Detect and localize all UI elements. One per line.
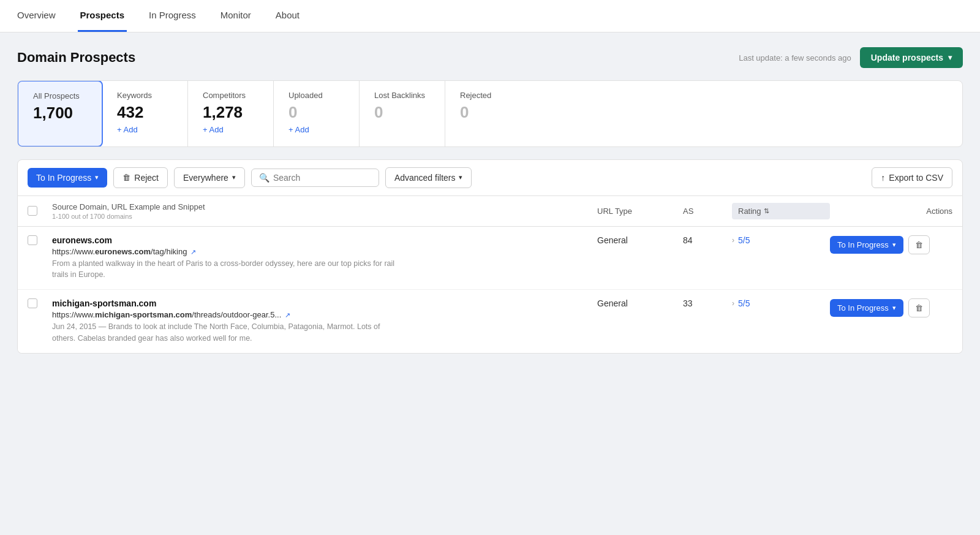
row1-domain: euronews.com: [52, 235, 597, 245]
card-label-competitors: Competitors: [203, 91, 258, 100]
rating-col-header[interactable]: Rating ⇅: [732, 203, 830, 219]
row2-url-type: General: [597, 298, 683, 308]
source-col-label: Source Domain, URL Example and Snippet: [52, 202, 597, 211]
row2-delete-button[interactable]: 🗑: [908, 298, 930, 317]
rating-col-label: Rating ⇅: [732, 203, 830, 219]
cards-row: All Prospects 1,700 Keywords 432 + Add C…: [17, 80, 963, 147]
card-label-all-prospects: All Prospects: [33, 91, 87, 101]
search-box[interactable]: 🔍: [251, 169, 379, 187]
last-update-text: Last update: a few seconds ago: [739, 53, 851, 63]
row1-action-label: To In Progress: [837, 240, 889, 249]
card-keywords[interactable]: Keywords 432 + Add: [102, 81, 188, 146]
card-competitors[interactable]: Competitors 1,278 + Add: [188, 81, 274, 146]
top-navigation: Overview Prospects In Progress Monitor A…: [0, 0, 980, 32]
nav-about[interactable]: About: [273, 0, 302, 32]
chevron-down-icon: ▾: [948, 53, 952, 62]
row-count-text: 1-100 out of 1700 domains: [52, 213, 597, 220]
row1-checkbox-col: [28, 235, 52, 245]
row1-checkbox[interactable]: [28, 235, 37, 245]
row2-checkbox[interactable]: [28, 298, 37, 308]
chevron-down-icon: ▾: [892, 304, 896, 312]
to-in-progress-button[interactable]: To In Progress ▾: [28, 168, 107, 188]
chevron-down-icon: ▾: [459, 173, 462, 181]
card-add-competitors[interactable]: + Add: [203, 125, 258, 134]
row1-actions: To In Progress ▾ 🗑: [830, 235, 952, 254]
row2-rating-value: 5/5: [738, 298, 750, 308]
row2-domain: michigan-sportsman.com: [52, 298, 597, 308]
export-csv-button[interactable]: ↑ Export to CSV: [872, 167, 952, 188]
nav-monitor[interactable]: Monitor: [218, 0, 254, 32]
toolbar: To In Progress ▾ 🗑 Reject Everywhere ▾ 🔍…: [17, 159, 963, 196]
trash-icon: 🗑: [915, 240, 923, 249]
nav-in-progress[interactable]: In Progress: [146, 0, 198, 32]
table-container: Source Domain, URL Example and Snippet 1…: [17, 196, 963, 354]
row2-source-col: michigan-sportsman.com https://www.michi…: [52, 298, 597, 344]
table-row: euronews.com https://www.euronews.com/ta…: [18, 227, 962, 290]
row2-action-label: To In Progress: [837, 303, 889, 313]
page-title: Domain Prospects: [17, 50, 135, 66]
row1-rating-value: 5/5: [738, 235, 750, 245]
row2-to-in-progress-button[interactable]: To In Progress ▾: [830, 299, 903, 317]
trash-icon: 🗑: [915, 303, 923, 313]
nav-prospects[interactable]: Prospects: [78, 0, 127, 32]
card-lost-backlinks[interactable]: Lost Backlinks 0: [360, 81, 445, 146]
chevron-right-icon: ›: [732, 236, 734, 245]
chevron-down-icon: ▾: [232, 173, 236, 181]
card-add-uploaded[interactable]: + Add: [288, 125, 344, 134]
header-right: Last update: a few seconds ago Update pr…: [739, 47, 963, 68]
nav-overview[interactable]: Overview: [15, 0, 58, 32]
export-label: Export to CSV: [889, 173, 943, 183]
row1-delete-button[interactable]: 🗑: [908, 235, 930, 254]
header-checkbox-col: [28, 206, 52, 216]
card-all-prospects[interactable]: All Prospects 1,700: [17, 80, 103, 147]
row2-as: 33: [683, 298, 732, 308]
export-icon: ↑: [881, 173, 885, 183]
row1-url-type: General: [597, 235, 683, 245]
advanced-filters-dropdown[interactable]: Advanced filters ▾: [385, 167, 472, 188]
row2-snippet: Jun 24, 2015 — Brands to look at include…: [52, 321, 395, 344]
header-source-col: Source Domain, URL Example and Snippet 1…: [52, 202, 597, 220]
as-col-label: AS: [683, 207, 732, 216]
header-row: Domain Prospects Last update: a few seco…: [17, 47, 963, 68]
everywhere-dropdown[interactable]: Everywhere ▾: [174, 167, 245, 188]
search-input[interactable]: [273, 173, 371, 183]
chevron-down-icon: ▾: [95, 173, 99, 181]
card-value-keywords: 432: [117, 104, 173, 121]
card-label-rejected: Rejected: [460, 91, 516, 100]
card-add-keywords[interactable]: + Add: [117, 125, 173, 134]
row2-url: https://www.michigan-sportsman.com/threa…: [52, 310, 597, 319]
sort-icon: ⇅: [764, 207, 769, 215]
external-link-icon[interactable]: ↗: [285, 311, 290, 319]
everywhere-label: Everywhere: [183, 173, 228, 183]
row1-as: 84: [683, 235, 732, 245]
search-icon: 🔍: [259, 173, 270, 183]
row1-to-in-progress-button[interactable]: To In Progress ▾: [830, 236, 903, 254]
external-link-icon[interactable]: ↗: [190, 248, 196, 256]
row2-rating[interactable]: › 5/5: [732, 298, 830, 308]
update-prospects-button[interactable]: Update prospects ▾: [860, 47, 963, 68]
row2-actions: To In Progress ▾ 🗑: [830, 298, 952, 317]
card-rejected[interactable]: Rejected 0: [445, 81, 531, 146]
card-label-lost-backlinks: Lost Backlinks: [374, 91, 430, 100]
card-value-uploaded: 0: [288, 104, 344, 121]
chevron-right-icon: ›: [732, 299, 734, 308]
card-value-rejected: 0: [460, 104, 516, 121]
card-value-lost-backlinks: 0: [374, 104, 430, 121]
card-uploaded[interactable]: Uploaded 0 + Add: [274, 81, 360, 146]
trash-icon: 🗑: [123, 173, 130, 182]
row1-rating[interactable]: › 5/5: [732, 235, 830, 245]
actions-col-label: Actions: [830, 207, 952, 216]
card-label-uploaded: Uploaded: [288, 91, 344, 100]
table-header: Source Domain, URL Example and Snippet 1…: [18, 196, 962, 227]
select-all-checkbox[interactable]: [28, 206, 37, 216]
chevron-down-icon: ▾: [892, 241, 896, 249]
row1-url: https://www.euronews.com/tag/hiking ↗: [52, 247, 597, 256]
url-type-col-label: URL Type: [597, 207, 683, 216]
card-value-competitors: 1,278: [203, 104, 258, 121]
card-value-all-prospects: 1,700: [33, 104, 87, 122]
row1-source-col: euronews.com https://www.euronews.com/ta…: [52, 235, 597, 281]
reject-button[interactable]: 🗑 Reject: [113, 167, 168, 188]
card-label-keywords: Keywords: [117, 91, 173, 100]
advanced-filters-label: Advanced filters: [394, 173, 456, 183]
row1-snippet: From a planted walkway in the heart of P…: [52, 258, 395, 281]
